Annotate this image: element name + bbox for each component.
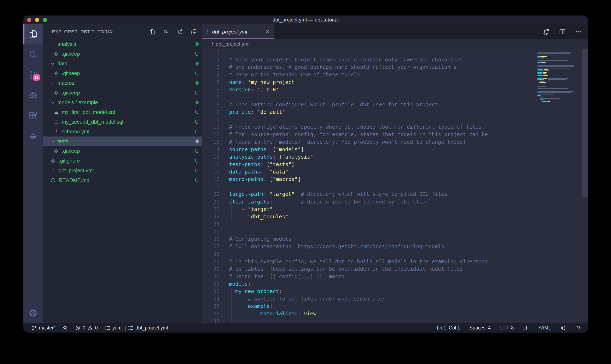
- new-file-icon[interactable]: [150, 29, 156, 35]
- tree-file--gitkeep[interactable]: .gitkeepU: [43, 88, 202, 98]
- eol-indicator[interactable]: LF: [523, 325, 529, 331]
- explorer-sidebar: EXPLORER: DBT-TUTORIAL analysis.gitkeepU…: [43, 24, 202, 323]
- vscode-window: dbt_project.yml — dbt-tutorial 11 EXPLOR: [23, 15, 588, 333]
- tree-file--gitkeep[interactable]: .gitkeepU: [43, 146, 202, 156]
- line-number: 19: [202, 183, 229, 191]
- collapse-all-icon[interactable]: [191, 29, 197, 35]
- git-status-dot: [195, 42, 199, 46]
- refresh-icon[interactable]: [177, 29, 183, 35]
- git-branch-item[interactable]: master*: [31, 325, 55, 331]
- tree-folder-analysis[interactable]: analysis: [43, 39, 202, 49]
- notifications-bell-icon[interactable]: [576, 325, 581, 331]
- git-status-dot: [195, 81, 199, 85]
- cursor-position[interactable]: Ln 1, Col 1: [437, 325, 460, 331]
- line-number: 25: [202, 228, 229, 235]
- tree-folder-data[interactable]: data: [43, 59, 202, 68]
- code-line-18: 18macro-paths: ["macros"]: [202, 176, 588, 183]
- explorer-title: EXPLORER: DBT-TUTORIAL: [52, 29, 115, 35]
- indent-guide: [231, 303, 232, 310]
- code-line-content: target-path: "target" # directory which …: [229, 191, 447, 198]
- activity-source-control[interactable]: 11: [23, 65, 43, 85]
- tree-file-my-second-dbt-model-sql[interactable]: my_second_dbt_model.sqlU: [43, 117, 202, 127]
- code-line-11: 11# These configurations specify where d…: [202, 123, 588, 131]
- chevron-down-icon: [50, 61, 55, 66]
- indentation-indicator[interactable]: Spaces: 4: [470, 325, 491, 331]
- line-number: 30: [202, 265, 229, 273]
- zoom-window-button[interactable]: [43, 18, 47, 22]
- tree-file--gitkeep[interactable]: .gitkeepU: [43, 68, 202, 78]
- git-untracked-badge: U: [195, 119, 199, 125]
- chevron-down-icon: [50, 139, 55, 144]
- breadcrumb-filename[interactable]: dbt_project.yml: [216, 41, 250, 47]
- minimize-window-button[interactable]: [35, 18, 39, 22]
- activity-search[interactable]: [23, 44, 43, 65]
- activity-explorer[interactable]: [23, 24, 43, 44]
- close-window-button[interactable]: [27, 18, 31, 22]
- code-line-37: 37: [202, 318, 588, 324]
- tree-folder-models-example[interactable]: models / example: [43, 98, 202, 107]
- code-line-content: # as tables. These settings can be overr…: [229, 265, 463, 273]
- tree-item-label: macros: [57, 80, 74, 86]
- line-number: 9: [202, 108, 229, 116]
- activity-debug[interactable]: [23, 85, 43, 105]
- minimap-line: [541, 57, 541, 58]
- warning-icon: [87, 325, 93, 331]
- settings-button[interactable]: [23, 303, 43, 323]
- line-number: 12: [202, 131, 229, 138]
- encoding-indicator[interactable]: UTF-8: [500, 325, 514, 331]
- code-line-35: 35 example:: [202, 303, 588, 310]
- code-line-content: name: 'my_new_project': [229, 78, 298, 86]
- tree-file--gitkeep[interactable]: .gitkeepU: [43, 49, 202, 59]
- code-line-content: # This setting configures which "profile…: [229, 101, 441, 108]
- activity-extensions[interactable]: [23, 105, 43, 126]
- debug-icon: [28, 90, 38, 100]
- traffic-lights: [27, 18, 47, 22]
- error-count: 0: [83, 325, 85, 331]
- open-changes-icon[interactable]: [543, 28, 550, 35]
- tree-folder-macros[interactable]: macros: [43, 78, 202, 88]
- minimap-line: [546, 72, 547, 73]
- minimap-line: [540, 81, 544, 81]
- tree-file-schema-yml[interactable]: !schema.ymlU: [43, 127, 202, 136]
- indent-guide: [244, 295, 244, 303]
- code-line-25: 25: [202, 228, 588, 235]
- minimap-line: [542, 62, 545, 63]
- code-line-content: # Applies to all files under models/exam…: [229, 295, 385, 303]
- more-actions-icon[interactable]: [575, 28, 582, 35]
- code-editor[interactable]: 12# Name your project! Project names sho…: [202, 49, 588, 323]
- explorer-actions: [150, 29, 197, 35]
- activity-docker[interactable]: [23, 126, 43, 146]
- selection-lang-item[interactable]: yaml | dbt_project.yml: [105, 325, 168, 331]
- minimap-line: [543, 79, 544, 80]
- line-number: 8: [202, 101, 229, 108]
- minimap-line: [546, 73, 546, 74]
- editor-scrollbar[interactable]: [582, 50, 588, 197]
- tree-file-readme-md[interactable]: README.mdU: [43, 175, 202, 185]
- code-line-17: 17data-paths: ["data"]: [202, 168, 588, 176]
- minimap-line: [542, 75, 543, 76]
- sync-item[interactable]: [62, 325, 68, 331]
- new-folder-icon[interactable]: [163, 29, 170, 35]
- minimap[interactable]: [538, 50, 582, 323]
- tab-close-icon[interactable]: ×: [262, 28, 269, 35]
- title-bar[interactable]: dbt_project.yml — dbt-tutorial: [23, 15, 588, 24]
- code-line-5: 5name: 'my_new_project': [202, 78, 588, 86]
- code-line-2: 2# Name your project! Project names shou…: [202, 56, 588, 64]
- code-line-8: 8# This setting configures which "profil…: [202, 101, 588, 108]
- split-editor-icon[interactable]: [559, 28, 566, 35]
- status-bar: master* 0 0 yaml | dbt_project.yml: [23, 323, 588, 333]
- indent-guide: [231, 310, 232, 318]
- tree-file--gitignore[interactable]: .gitignoreU: [43, 156, 202, 166]
- git-status-dot: [195, 101, 199, 104]
- feedback-smiley-icon[interactable]: [560, 325, 566, 331]
- tree-file-my-first-dbt-model-sql[interactable]: my_first_dbt_model.sqlU: [43, 107, 202, 117]
- minimap-line: [543, 78, 547, 78]
- minimap-line: [538, 65, 574, 65]
- indent-guide: [256, 310, 256, 318]
- tree-file-dbt-project-yml[interactable]: !dbt_project.ymlU: [43, 166, 202, 175]
- language-indicator[interactable]: YAML: [538, 325, 551, 331]
- tree-folder-tests[interactable]: tests: [43, 136, 202, 146]
- breadcrumb[interactable]: ! dbt_project.yml: [202, 39, 588, 49]
- problems-item[interactable]: 0 0: [75, 325, 98, 331]
- tab-dbt-project-yml[interactable]: ! dbt_project.yml ×: [202, 24, 274, 39]
